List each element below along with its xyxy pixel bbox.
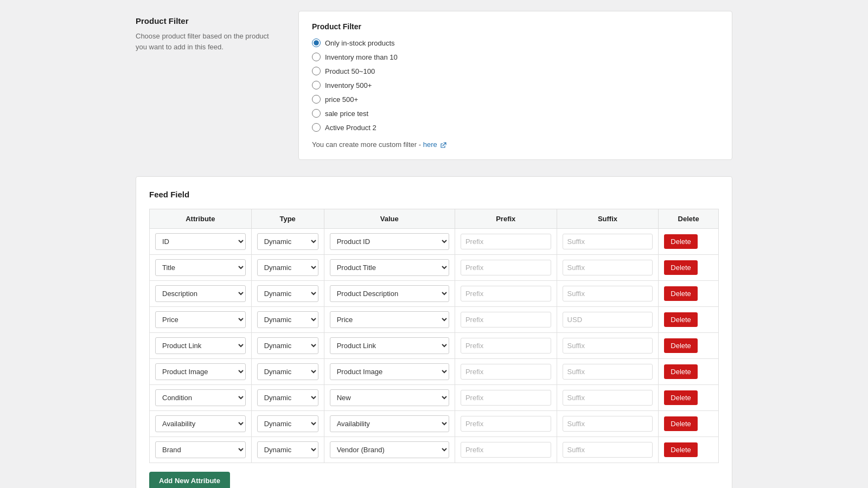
input-prefix-6[interactable] [461, 390, 551, 406]
cell-value-1: Product Title [324, 255, 455, 281]
radio-label-opt3: Product 50~100 [325, 67, 375, 75]
select-value-2[interactable]: Product Description [330, 285, 449, 302]
col-value: Value [324, 209, 455, 229]
select-attribute-6[interactable]: Condition [155, 389, 246, 406]
select-value-3[interactable]: Price [330, 311, 449, 328]
cell-suffix-7 [557, 411, 659, 437]
custom-filter-text: You can create more custom filter - here [312, 140, 719, 149]
cell-type-7: Dynamic [251, 411, 324, 437]
col-attribute: Attribute [150, 209, 252, 229]
cell-attribute-1: Title [150, 255, 252, 281]
select-attribute-1[interactable]: Title [155, 259, 246, 276]
select-attribute-0[interactable]: ID [155, 233, 246, 250]
delete-button-8[interactable]: Delete [664, 442, 698, 457]
select-type-1[interactable]: Dynamic [257, 259, 318, 276]
table-row: DescriptionDynamicProduct DescriptionDel… [150, 281, 719, 307]
cell-suffix-6 [557, 385, 659, 411]
cell-value-8: Vendor (Brand) [324, 437, 455, 463]
select-type-8[interactable]: Dynamic [257, 441, 318, 458]
radio-label-opt6: sale price test [325, 110, 368, 118]
delete-button-0[interactable]: Delete [664, 234, 698, 249]
radio-item-opt4: Inventory 500+ [312, 81, 719, 89]
input-suffix-0[interactable] [563, 234, 653, 249]
delete-button-3[interactable]: Delete [664, 312, 698, 327]
radio-opt3[interactable] [312, 67, 321, 75]
add-new-attribute-button[interactable]: Add New Attribute [149, 472, 230, 488]
select-value-6[interactable]: New [330, 389, 449, 406]
feed-table-body: IDDynamicProduct IDDeleteTitleDynamicPro… [150, 229, 719, 463]
input-prefix-0[interactable] [461, 234, 551, 249]
radio-opt1[interactable] [312, 38, 321, 47]
select-type-2[interactable]: Dynamic [257, 285, 318, 302]
select-value-5[interactable]: Product Image [330, 363, 449, 380]
cell-delete-4: Delete [659, 333, 719, 359]
delete-button-1[interactable]: Delete [664, 260, 698, 275]
cell-attribute-4: Product Link [150, 333, 252, 359]
custom-filter-link[interactable]: here [423, 140, 447, 149]
input-prefix-8[interactable] [461, 442, 551, 458]
cell-value-4: Product Link [324, 333, 455, 359]
select-type-5[interactable]: Dynamic [257, 363, 318, 380]
cell-suffix-8 [557, 437, 659, 463]
radio-opt2[interactable] [312, 53, 321, 61]
select-attribute-3[interactable]: Price [155, 311, 246, 328]
radio-opt6[interactable] [312, 109, 321, 118]
input-prefix-4[interactable] [461, 338, 551, 354]
delete-button-5[interactable]: Delete [664, 364, 698, 379]
input-prefix-1[interactable] [461, 260, 551, 275]
radio-opt7[interactable] [312, 123, 321, 132]
radio-item-opt7: Active Product 2 [312, 123, 719, 132]
select-type-4[interactable]: Dynamic [257, 337, 318, 354]
select-type-6[interactable]: Dynamic [257, 389, 318, 406]
delete-button-7[interactable]: Delete [664, 416, 698, 431]
select-type-0[interactable]: Dynamic [257, 233, 318, 250]
select-type-7[interactable]: Dynamic [257, 415, 318, 432]
select-value-0[interactable]: Product ID [330, 233, 449, 250]
cell-prefix-3 [455, 307, 557, 333]
table-row: ConditionDynamicNewDelete [150, 385, 719, 411]
radio-opt4[interactable] [312, 81, 321, 89]
filter-left-description: Choose product filter based on the produ… [136, 31, 277, 52]
select-value-8[interactable]: Vendor (Brand) [330, 441, 449, 458]
input-suffix-4[interactable] [563, 338, 653, 354]
cell-delete-2: Delete [659, 281, 719, 307]
cell-type-5: Dynamic [251, 359, 324, 385]
cell-attribute-6: Condition [150, 385, 252, 411]
cell-delete-5: Delete [659, 359, 719, 385]
cell-prefix-7 [455, 411, 557, 437]
radio-item-opt2: Inventory more than 10 [312, 53, 719, 61]
input-suffix-5[interactable] [563, 364, 653, 380]
cell-prefix-8 [455, 437, 557, 463]
delete-button-4[interactable]: Delete [664, 338, 698, 353]
input-suffix-6[interactable] [563, 390, 653, 406]
cell-attribute-5: Product Image [150, 359, 252, 385]
select-value-1[interactable]: Product Title [330, 259, 449, 276]
filter-right-title: Product Filter [312, 22, 719, 31]
delete-button-2[interactable]: Delete [664, 286, 698, 301]
input-suffix-2[interactable] [563, 286, 653, 301]
select-type-3[interactable]: Dynamic [257, 311, 318, 328]
select-attribute-2[interactable]: Description [155, 285, 246, 302]
cell-attribute-3: Price [150, 307, 252, 333]
select-value-4[interactable]: Product Link [330, 337, 449, 354]
input-prefix-5[interactable] [461, 364, 551, 380]
input-suffix-3[interactable] [563, 312, 653, 328]
select-attribute-4[interactable]: Product Link [155, 337, 246, 354]
input-prefix-7[interactable] [461, 416, 551, 432]
input-prefix-2[interactable] [461, 286, 551, 301]
input-suffix-1[interactable] [563, 260, 653, 275]
input-suffix-7[interactable] [563, 416, 653, 432]
select-value-7[interactable]: Availability [330, 415, 449, 432]
delete-button-6[interactable]: Delete [664, 390, 698, 405]
radio-opt5[interactable] [312, 95, 321, 104]
input-prefix-3[interactable] [461, 312, 551, 328]
cell-type-1: Dynamic [251, 255, 324, 281]
filter-left-title: Product Filter [136, 16, 277, 25]
select-attribute-7[interactable]: Availability [155, 415, 246, 432]
input-suffix-8[interactable] [563, 442, 653, 458]
radio-label-opt4: Inventory 500+ [325, 81, 372, 89]
select-attribute-8[interactable]: Brand [155, 441, 246, 458]
select-attribute-5[interactable]: Product Image [155, 363, 246, 380]
radio-item-opt3: Product 50~100 [312, 67, 719, 75]
cell-attribute-8: Brand [150, 437, 252, 463]
